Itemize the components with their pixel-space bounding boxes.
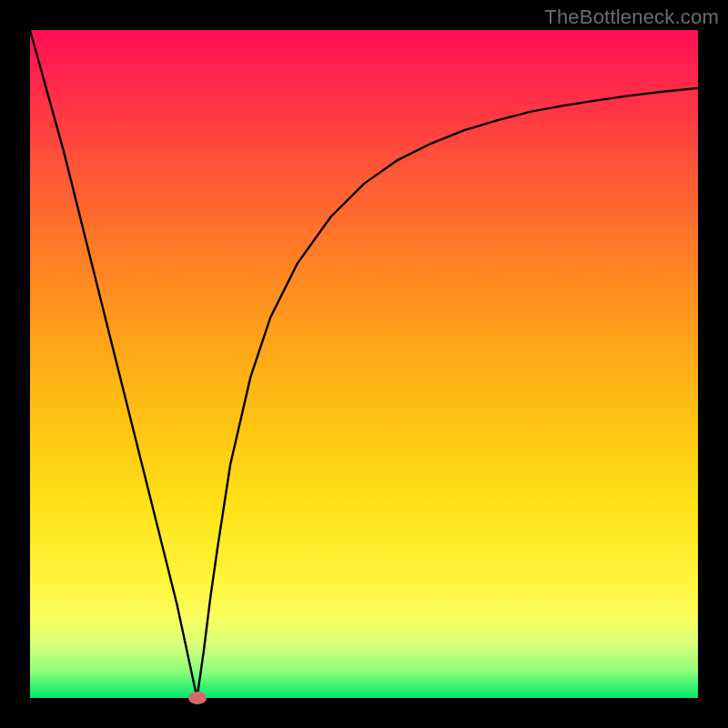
attribution-text: TheBottleneck.com: [544, 5, 719, 29]
chart-frame: TheBottleneck.com: [0, 0, 728, 728]
plot-area: [30, 30, 698, 698]
current-point-marker: [188, 692, 207, 704]
bottleneck-curve: [30, 30, 698, 698]
